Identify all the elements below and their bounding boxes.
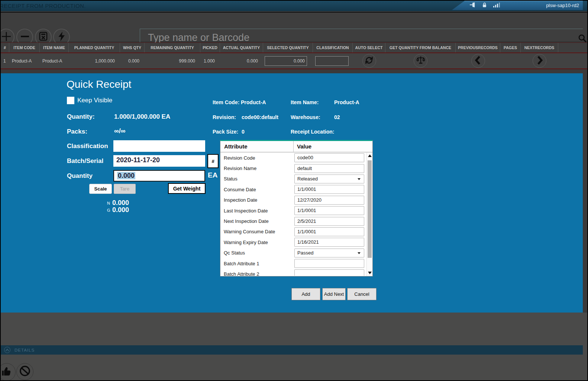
get-weight-button[interactable]: Get Weight [168, 183, 206, 194]
column-header[interactable]: SELECTED QUANTITY [263, 43, 313, 52]
column-header[interactable]: PICKED [200, 43, 220, 52]
scroll-up-icon[interactable] [368, 154, 372, 157]
attribute-value-input[interactable]: 1/16/2021 [294, 238, 364, 247]
keep-visible-checkbox[interactable] [67, 97, 74, 104]
warehouse-label: Warehouse: [291, 114, 320, 120]
item-code-cell: Product-A [9, 58, 40, 64]
batch-serial-field[interactable]: 2020-11-17-20 [113, 155, 205, 167]
attribute-value-input[interactable]: 1/1/0001 [294, 185, 364, 194]
classification-label: Classification [67, 143, 108, 150]
chevron-right-icon [536, 55, 544, 66]
item-name-value: Product-A [334, 99, 359, 105]
details-bar[interactable]: DETAILS [1, 345, 583, 355]
table-row: Inspection Date12/27/2020 [220, 195, 367, 205]
keep-visible-label: Keep Visible [77, 97, 112, 104]
lightning-bolt-icon [57, 31, 67, 43]
attribute-value-dropdown[interactable]: Released [294, 175, 364, 183]
tare-button[interactable]: Tare [114, 184, 136, 194]
attribute-column-header[interactable]: Attribute [220, 141, 294, 152]
quantity-field[interactable]: 0.000 [113, 170, 205, 182]
value-column-header[interactable]: Value [294, 141, 372, 152]
warehouse-value: 02 [334, 114, 340, 120]
unit-label: EA [208, 171, 217, 179]
refresh-icon [365, 56, 374, 66]
thumbs-up-icon [1, 366, 12, 378]
attribute-value-input[interactable]: code00 [294, 153, 364, 162]
add-button[interactable]: Add [291, 288, 320, 300]
attribute-name: Revision Name [220, 166, 294, 171]
selected-quantity-input[interactable]: 0.000 [265, 56, 307, 66]
column-header[interactable]: WHS QTY [120, 43, 145, 52]
previous-records-button[interactable] [471, 54, 485, 68]
attribute-table-header: Attribute Value [220, 141, 372, 153]
column-header[interactable]: GET QUANTITY FROM BALANCE [385, 43, 456, 52]
scale-button[interactable]: Scale [89, 184, 112, 194]
attribute-value-dropdown[interactable]: Passed [294, 249, 364, 257]
remaining-quantity-cell: 999.000 [145, 58, 200, 64]
attribute-name: Consume Date [220, 187, 294, 192]
attribute-value-input[interactable]: 1/1/0001 [294, 227, 364, 236]
chevron-left-icon [474, 55, 482, 66]
attribute-value-input[interactable]: 2/5/2021 [294, 217, 364, 226]
dialog-title: Quick Receipt [67, 79, 131, 90]
app-window: RECEIPT FROM PRODUCTION. plsw-sap10-rd2 [0, 0, 588, 381]
quantity-summary-label: Quantity: [67, 113, 95, 121]
batch-serial-label: Batch/Serial [67, 157, 103, 165]
column-header[interactable]: PAGES [500, 43, 521, 52]
selected-text: 0.000 [117, 172, 135, 179]
column-header[interactable]: ITEM CODE [9, 43, 40, 52]
deny-button[interactable] [16, 363, 33, 380]
attribute-value-input[interactable] [294, 259, 364, 268]
attribute-value-input[interactable]: 1/1/0001 [294, 206, 364, 215]
table-row: Warning Consume Date1/1/0001 [220, 227, 367, 237]
quantity-summary-value: 1.000/1,000.000 EA [114, 113, 170, 121]
whs-qty-cell: 0.000 [120, 58, 145, 64]
window-title: RECEIPT FROM PRODUCTION. [0, 3, 86, 9]
table-row: Consume Date1/1/0001 [220, 184, 367, 195]
get-quantity-from-balance-button[interactable] [414, 54, 427, 68]
attribute-name: Status [220, 176, 294, 182]
batch-number-button[interactable]: # [207, 154, 219, 168]
net-weight-label: N [107, 201, 110, 205]
column-header[interactable]: NEXTRECORDS [521, 43, 558, 52]
next-records-button[interactable] [533, 54, 546, 68]
cancel-button[interactable]: Cancel [347, 288, 377, 300]
quick-receipt-dialog: Quick Receipt Keep Visible Quantity: 1.0… [1, 73, 583, 313]
plus-icon [1, 31, 12, 44]
attribute-name: Warning Consume Date [220, 229, 294, 234]
column-header[interactable]: # [1, 43, 9, 52]
column-header[interactable]: AUTO SELECT [353, 43, 385, 52]
dropdown-value: Passed [297, 250, 313, 256]
chevron-up-icon[interactable] [4, 347, 10, 353]
item-code-value: Product-A [241, 99, 266, 105]
column-header[interactable]: PLANNED QUANTITY [69, 43, 120, 52]
receipt-location-label: Receipt Location: [291, 129, 334, 135]
add-next-button[interactable]: Add Next [322, 288, 346, 300]
attribute-value-input[interactable]: 12/27/2020 [294, 196, 364, 205]
column-header[interactable]: ACTUAL QUANTITY [220, 43, 263, 52]
attribute-value-input[interactable]: default [294, 164, 364, 173]
classification-input[interactable] [315, 56, 349, 66]
table-row[interactable]: 1 Product-A Product-A 1,000.000 0.000 99… [1, 53, 587, 68]
packs-label: Packs: [67, 128, 87, 135]
table-row: StatusReleased [220, 174, 367, 184]
auto-select-button[interactable] [362, 54, 376, 68]
vertical-scrollbar[interactable] [366, 153, 372, 276]
column-header[interactable]: ITEM NAME [40, 43, 69, 52]
table-row: Next Inspection Date2/5/2021 [220, 216, 367, 226]
item-name-label: Item Name: [291, 99, 319, 105]
column-header[interactable]: PREVIOUSRECORDS [456, 43, 500, 52]
gross-weight-value: 0.000 [112, 206, 129, 214]
planned-quantity-cell: 1,000.000 [69, 58, 120, 64]
lock-icon[interactable] [482, 2, 487, 9]
scrollbar-thumb[interactable] [368, 160, 372, 258]
scroll-down-icon[interactable] [368, 272, 372, 274]
net-weight-value: 0.000 [112, 199, 129, 207]
column-header[interactable]: CLASSIFICATION [313, 43, 353, 52]
attribute-value-input[interactable] [294, 269, 364, 276]
column-header[interactable]: REMAINING QUANTITY [145, 43, 200, 52]
grid-header: # ITEM CODE ITEM NAME PLANNED QUANTITY W… [1, 42, 587, 52]
pin-icon[interactable] [470, 2, 476, 9]
table-row: Batch Attribute 1 [220, 258, 367, 269]
classification-field[interactable] [113, 140, 205, 152]
